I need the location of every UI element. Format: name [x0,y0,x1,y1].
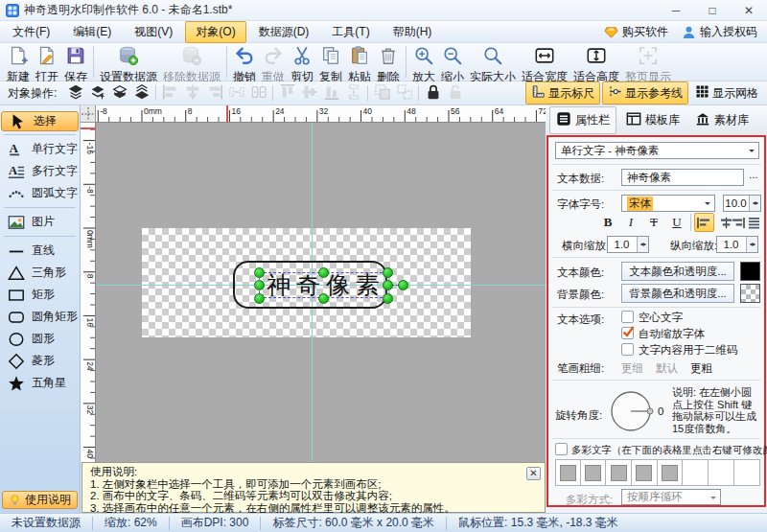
toolbar-fit-height[interactable]: 适合高度 [570,43,622,81]
objectbar-space-vertical[interactable] [343,83,363,103]
toolbar-delete[interactable]: 删除 [374,43,403,81]
objectbar-align-left[interactable] [160,83,180,103]
toolbar-paste[interactable]: 粘贴 [345,43,374,81]
strikethrough-button[interactable]: T [644,214,663,231]
underline-button[interactable]: U [667,214,686,231]
multicolor-table[interactable] [555,459,760,486]
tab-materials[interactable]: 素材库 [689,107,755,133]
italic-button[interactable]: I [621,214,640,231]
menu-view[interactable]: 视图(V) [124,21,183,43]
tool-rounded-rectangle[interactable]: 圆角矩形 [0,306,80,328]
toolbar-set-datasource[interactable]: 设置数据源 [97,43,160,81]
multicolor-cell-6[interactable] [683,459,709,486]
usage-help-button[interactable]: 使用说明 [2,491,78,509]
multicolor-cell-2[interactable] [581,459,607,486]
toolbar-save[interactable]: 保存 [61,43,90,81]
font-size-spinner[interactable]: 10.0 [723,195,761,212]
object-selector-dropdown[interactable]: 单行文字 - 神奇像素 [555,142,759,159]
menu-help[interactable]: 帮助(H) [383,21,443,43]
tool-star[interactable]: 五角星 [0,372,80,394]
checkbox-auto-scale-font[interactable] [621,327,634,339]
objectbar-same-width[interactable] [248,83,268,103]
text-data-more-button[interactable]: ... [749,169,758,180]
menu-object[interactable]: 对象(O) [185,21,245,43]
rotation-dial[interactable] [608,388,654,434]
tool-select[interactable]: 选择 [1,111,79,131]
font-family-dropdown[interactable]: 宋体 [621,195,715,212]
objectbar-align-center[interactable] [182,83,202,103]
toolbar-fit-width[interactable]: 适合宽度 [519,43,570,81]
objectbar-ungroup[interactable] [394,83,414,103]
checkbox-text-as-qrcode[interactable] [621,343,634,356]
tool-image[interactable]: 图片 [0,211,80,233]
selection-handle[interactable] [254,280,265,290]
objectbar-unlock[interactable] [445,83,465,103]
tool-multi-line-text[interactable]: A 多行文字 [0,160,80,182]
tool-arc-text[interactable]: 圆弧文字 [0,182,80,204]
selection-handle[interactable] [383,267,393,278]
selection-handle[interactable] [318,293,329,304]
rotation-handle[interactable] [398,280,408,290]
multicolor-cell-1[interactable] [555,459,581,486]
toolbar-zoom-in[interactable]: 放大 [409,43,438,81]
objectbar-layer-top[interactable] [65,83,85,103]
objectbar-align-right[interactable] [204,83,224,103]
toggle-show-grid[interactable]: 显示网格 [690,82,763,104]
objectbar-layer-down[interactable] [109,83,129,103]
stroke-thicker-link[interactable]: 更粗 [690,361,712,376]
toolbar-undo[interactable]: 撤销 [230,43,259,81]
align-left-button[interactable] [694,213,714,232]
toolbar-cut[interactable]: 剪切 [288,43,316,81]
tool-line[interactable]: 直线 [0,240,80,262]
menu-datasource[interactable]: 数据源(D) [248,21,320,43]
help-close-button[interactable]: ✕ [526,467,541,480]
selection-handle[interactable] [254,293,265,304]
tool-rectangle[interactable]: 矩形 [0,284,80,306]
tool-single-line-text[interactable]: A 单行文字 [0,138,80,160]
objectbar-space-horizontal[interactable] [226,83,246,103]
menu-tools[interactable]: 工具(T) [321,21,380,43]
multicolor-cell-8[interactable] [734,459,760,486]
justify-button[interactable] [744,213,764,232]
objectbar-lock[interactable] [423,83,443,103]
enter-license-link[interactable]: 输入授权码 [682,24,757,40]
selection-handle[interactable] [318,267,329,278]
maximize-button[interactable]: □ [694,0,731,20]
scale-v-spinner[interactable]: 1.0 [716,236,758,253]
tab-templates[interactable]: 模板库 [620,107,686,133]
tab-properties[interactable]: 属性栏 [549,106,616,134]
toolbar-new[interactable]: 新建 [4,43,33,81]
multicolor-cell-7[interactable] [709,459,734,486]
checkbox-hollow-text[interactable] [621,311,634,323]
menu-edit[interactable]: 编辑(E) [62,21,122,43]
design-canvas[interactable]: 神奇像素 [96,123,546,462]
tool-circle[interactable]: 圆形 [0,328,80,350]
scale-h-spinner[interactable]: 1.0 [607,236,649,253]
multicolor-cell-3[interactable] [606,459,632,486]
objectbar-align-top[interactable] [277,83,297,103]
text-data-input[interactable]: 神奇像素 [621,169,744,186]
objectbar-group[interactable] [372,83,392,103]
objectbar-align-middle[interactable] [299,83,319,103]
text-color-swatch[interactable] [740,262,760,281]
toolbar-remove-datasource[interactable]: 移除数据源 [160,43,223,81]
tool-diamond[interactable]: 菱形 [0,350,80,372]
selection-handle[interactable] [254,267,265,278]
minimize-button[interactable]: ─ [658,0,694,20]
selection-handle[interactable] [383,280,393,290]
text-color-button[interactable]: 文本颜色和透明度... [621,262,734,281]
objectbar-layer-bottom[interactable] [131,83,151,103]
multicolor-cell-5[interactable] [658,459,684,486]
toolbar-zoom-out[interactable]: 缩小 [438,43,467,81]
objectbar-align-bottom[interactable] [321,83,341,103]
bg-color-button[interactable]: 背景颜色和透明度... [621,284,734,303]
toolbar-actual-size[interactable]: 实际大小 [467,43,519,81]
buy-software-link[interactable]: 购买软件 [604,24,668,40]
stroke-thinner-link[interactable]: 更细 [621,361,643,376]
mc-mode-dropdown[interactable]: 按顺序循环 [621,489,721,505]
tool-triangle[interactable]: 三角形 [0,262,80,284]
menu-file[interactable]: 文件(F) [2,21,60,43]
toolbar-fit-page[interactable]: 整页显示 [622,43,674,81]
toggle-show-ruler[interactable]: 显示标尺 [525,81,600,104]
multicolor-checkbox[interactable] [555,443,568,455]
